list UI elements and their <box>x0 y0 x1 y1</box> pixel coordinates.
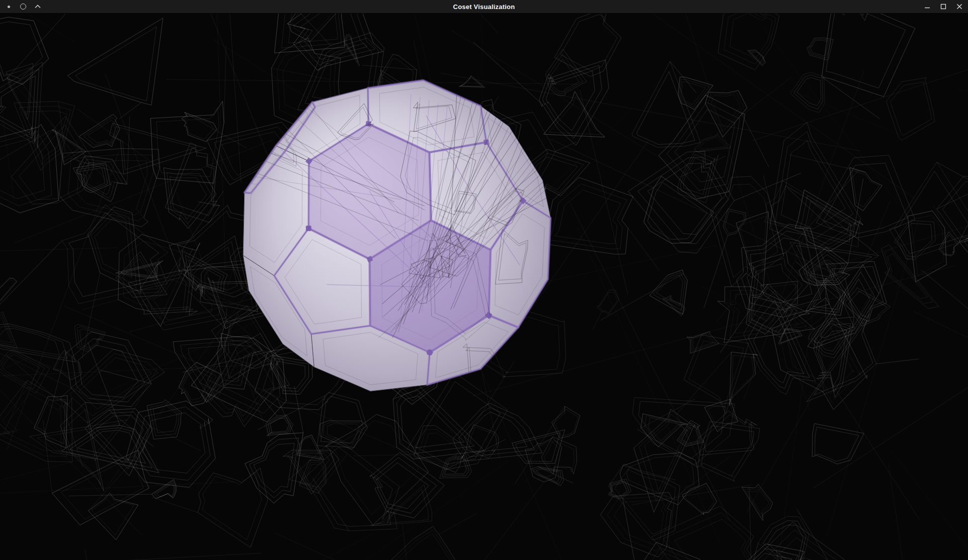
scene-canvas[interactable] <box>0 14 968 560</box>
circle-glyph <box>20 4 26 10</box>
chevron-up-icon[interactable] <box>34 3 42 11</box>
titlebar-left-icons <box>5 0 42 13</box>
close-button[interactable] <box>955 3 963 11</box>
record-circle-icon[interactable] <box>19 3 27 11</box>
minimize-button[interactable] <box>923 3 931 11</box>
titlebar[interactable]: Coset Visualization <box>0 0 968 14</box>
window-controls <box>923 0 963 13</box>
bullet-glyph <box>8 6 10 8</box>
app-window: Coset Visualization <box>0 0 968 560</box>
maximize-button[interactable] <box>939 3 947 11</box>
menu-bullet-icon[interactable] <box>5 3 13 11</box>
window-title: Coset Visualization <box>453 3 515 11</box>
viewport <box>0 14 968 560</box>
